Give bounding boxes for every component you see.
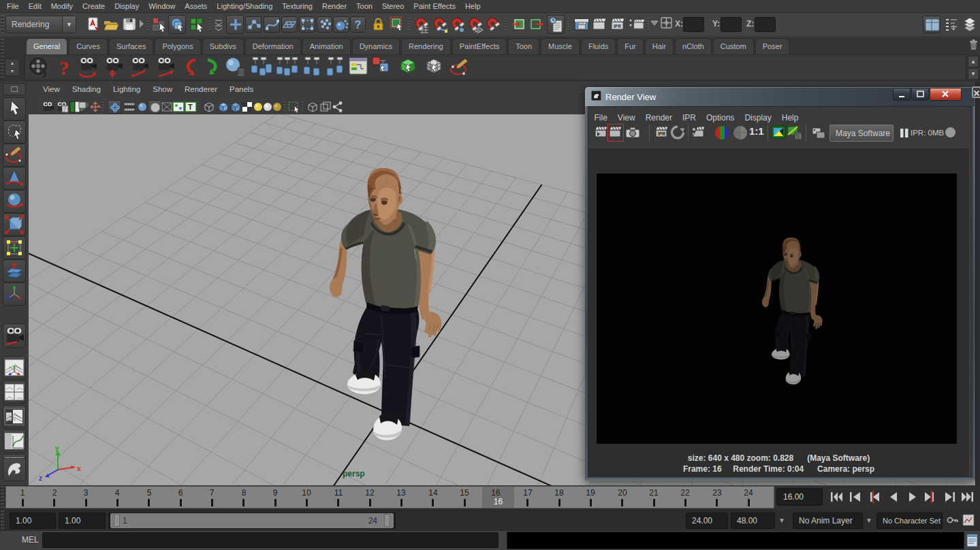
svg-text:IPR: IPR: [614, 24, 621, 29]
svg-text:T: T: [188, 103, 193, 111]
svg-text:IPR: IPR: [658, 131, 665, 136]
svg-text:z: z: [39, 474, 42, 482]
svg-text:x: x: [77, 465, 81, 472]
svg-text:y: y: [55, 447, 59, 452]
